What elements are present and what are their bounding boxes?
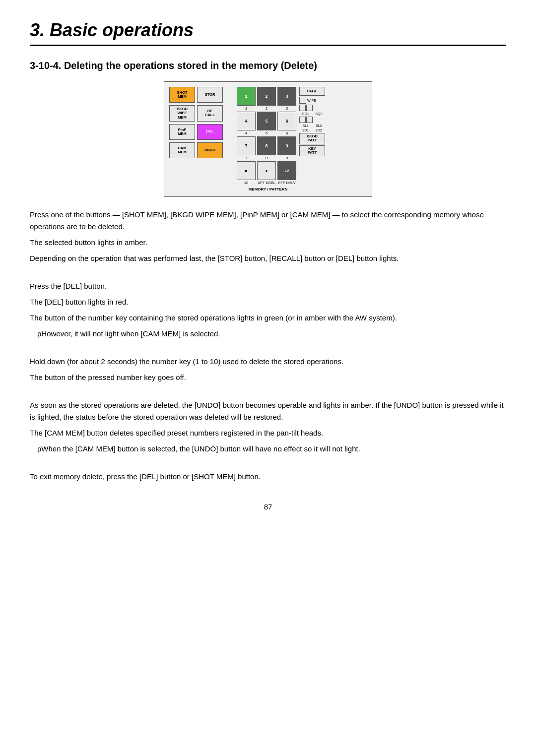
- para1b: The selected button lights in amber.: [30, 237, 506, 249]
- para3-green: The button of the number key containing …: [30, 312, 506, 324]
- page-button[interactable]: PAGE: [299, 87, 325, 96]
- shot-mem-button[interactable]: SHOTMEM: [169, 87, 195, 103]
- bkgd-wipe-mem-button[interactable]: BKGDWIPEMEM: [169, 105, 195, 122]
- wipe-indicator: [299, 97, 306, 104]
- panel-diagram: SHOTMEM STOR BKGDWIPEMEM RECALL PinPMEM …: [30, 81, 506, 197]
- sq1-indicator: [299, 105, 306, 111]
- memory-pattern-panel: SHOTMEM STOR BKGDWIPEMEM RECALL PinPMEM …: [164, 81, 372, 197]
- num1-button[interactable]: 1: [237, 87, 256, 106]
- num10-button[interactable]: ■: [237, 161, 256, 180]
- panel-label: MEMORY / PATTERN: [169, 187, 367, 191]
- para6: To exit memory delete, press the [DEL] b…: [30, 471, 506, 483]
- body-text: Press one of the buttons — [SHOT MEM], […: [30, 209, 506, 483]
- para5c: pWhen the [CAM MEM] button is selected, …: [30, 443, 506, 455]
- para5: As soon as the stored operations are del…: [30, 399, 506, 423]
- para5b: The [CAM MEM] button deletes specified p…: [30, 427, 506, 439]
- num9-button[interactable]: 9: [277, 136, 296, 155]
- para4: Hold down (for about 2 seconds) the numb…: [30, 356, 506, 368]
- num7-button[interactable]: 7: [237, 136, 256, 155]
- num5-button[interactable]: 5: [257, 112, 276, 130]
- num2-button[interactable]: 2: [257, 87, 276, 106]
- para3-press: Press the [DEL] button.: [30, 280, 506, 292]
- eff-dslv-button[interactable]: 12: [277, 161, 296, 180]
- stor-button[interactable]: STOR: [197, 87, 223, 103]
- recall-button[interactable]: RECALL: [197, 105, 223, 122]
- pinp-mem-button[interactable]: PinPMEM: [169, 124, 195, 140]
- num6-button[interactable]: 6: [277, 112, 296, 130]
- num3-button[interactable]: 3: [277, 87, 296, 106]
- del-button[interactable]: DEL: [197, 124, 223, 140]
- chapter-title: 3. Basic operations: [30, 20, 506, 46]
- sl1-indicator: [299, 117, 306, 123]
- undo-button[interactable]: UNDO: [197, 142, 223, 158]
- num4-button[interactable]: 4: [237, 112, 256, 130]
- num8-button[interactable]: 8: [257, 136, 276, 155]
- page-number: 87: [30, 503, 506, 511]
- para2: Depending on the operation that was perf…: [30, 252, 506, 264]
- xpt-dsbl-button[interactable]: ●: [257, 161, 276, 180]
- sl2-indicator: [306, 117, 313, 123]
- para4b: The button of the pressed number key goe…: [30, 372, 506, 383]
- key-patt-button[interactable]: KEYPATT: [299, 145, 325, 157]
- section-title: 3-10-4. Deleting the operations stored i…: [30, 60, 506, 71]
- para1: Press one of the buttons — [SHOT MEM], […: [30, 209, 506, 233]
- para3-lights: The [DEL] button lights in red.: [30, 296, 506, 308]
- bkgd-patt-button[interactable]: BKGDPATT: [299, 133, 325, 144]
- cam-mem-button[interactable]: CAMMEM: [169, 142, 195, 158]
- sq2-indicator: [306, 105, 313, 111]
- para3-cam: pHowever, it will not light when [CAM ME…: [30, 328, 506, 340]
